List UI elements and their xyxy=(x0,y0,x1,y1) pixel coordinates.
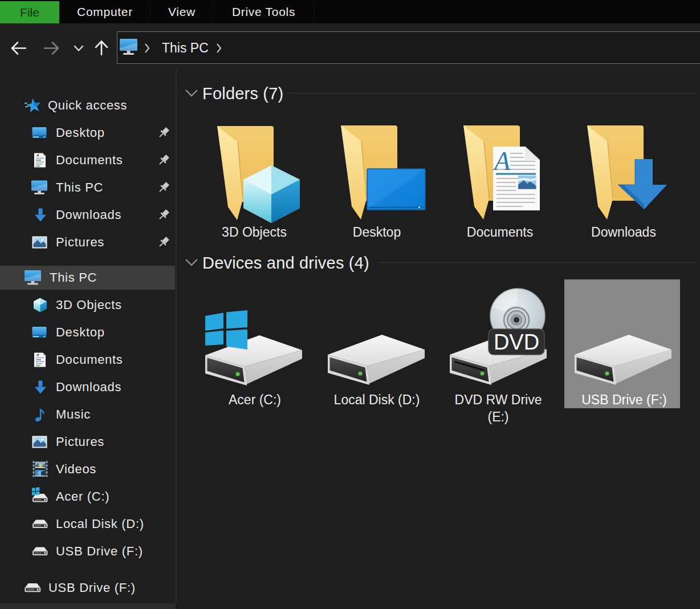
svg-text:A: A xyxy=(493,147,511,176)
svg-text:DVD: DVD xyxy=(494,330,539,354)
